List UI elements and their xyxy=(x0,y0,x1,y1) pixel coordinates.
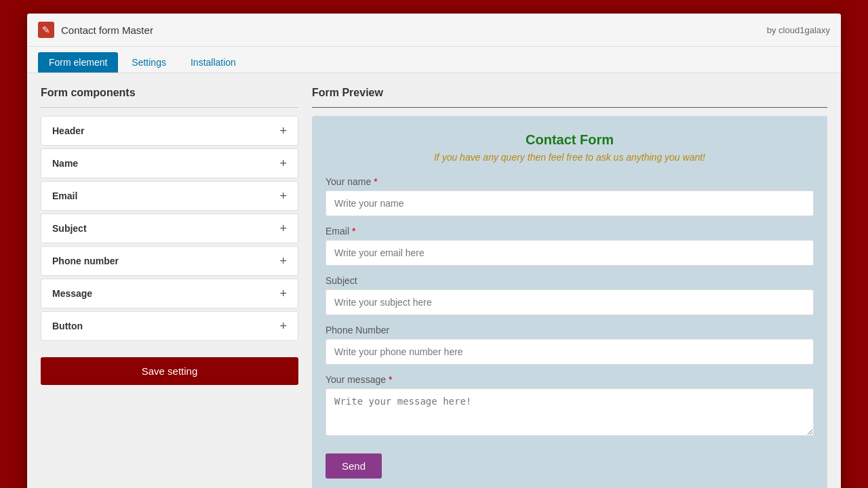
component-name[interactable]: Name + xyxy=(41,148,298,178)
component-phone-plus-icon: + xyxy=(279,255,287,267)
form-label-message: Your message * xyxy=(326,374,814,385)
nav-tabs: Form element Settings Installation xyxy=(27,47,841,73)
app-icon: ✎ xyxy=(38,22,54,38)
form-group-email: Email * xyxy=(326,226,814,266)
tab-settings[interactable]: Settings xyxy=(121,52,177,73)
form-group-message: Your message * xyxy=(326,374,814,439)
required-star-email: * xyxy=(352,226,355,237)
component-button-plus-icon: + xyxy=(279,320,287,332)
left-panel-divider xyxy=(41,107,298,108)
component-button-label: Button xyxy=(52,321,83,331)
input-phone[interactable] xyxy=(326,339,814,365)
right-panel-title: Form Preview xyxy=(312,87,827,99)
app-icon-symbol: ✎ xyxy=(42,24,50,35)
input-message[interactable] xyxy=(326,388,814,436)
component-message-plus-icon: + xyxy=(279,287,287,300)
form-subheading: If you have any query then feel free to … xyxy=(326,152,814,163)
title-bar: ✎ Contact form Master by cloud1galaxy xyxy=(27,14,841,47)
tab-installation[interactable]: Installation xyxy=(180,52,247,73)
main-content: Form components Header + Name + Email + … xyxy=(27,73,841,488)
component-email-label: Email xyxy=(52,190,77,201)
form-label-name: Your name * xyxy=(326,176,814,187)
component-button[interactable]: Button + xyxy=(41,311,298,341)
component-email-plus-icon: + xyxy=(279,190,287,202)
label-message-text: Your message xyxy=(326,374,386,385)
form-label-phone: Phone Number xyxy=(326,325,814,336)
app-byline: by cloud1galaxy xyxy=(767,25,830,35)
form-group-phone: Phone Number xyxy=(326,325,814,365)
component-header-plus-icon: + xyxy=(279,125,287,137)
label-phone-text: Phone Number xyxy=(326,325,389,336)
form-label-email: Email * xyxy=(326,226,814,237)
required-star-name: * xyxy=(374,176,377,187)
right-panel: Form Preview Contact Form If you have an… xyxy=(312,87,827,488)
label-email-text: Email xyxy=(326,226,349,237)
component-header[interactable]: Header + xyxy=(41,116,298,146)
input-email[interactable] xyxy=(326,240,814,266)
left-panel-title: Form components xyxy=(41,87,298,99)
required-star-message: * xyxy=(389,374,392,385)
form-group-subject: Subject xyxy=(326,275,814,315)
component-subject[interactable]: Subject + xyxy=(41,214,298,243)
label-name-text: Your name xyxy=(326,176,371,187)
form-preview: Contact Form If you have any query then … xyxy=(312,116,827,488)
save-setting-button[interactable]: Save setting xyxy=(41,357,298,385)
label-subject-text: Subject xyxy=(326,275,357,286)
component-name-label: Name xyxy=(52,158,78,169)
send-button[interactable]: Send xyxy=(326,453,382,479)
component-subject-label: Subject xyxy=(52,223,87,234)
form-label-subject: Subject xyxy=(326,275,814,286)
app-title: Contact form Master xyxy=(61,24,153,36)
input-subject[interactable] xyxy=(326,289,814,315)
tab-form-element[interactable]: Form element xyxy=(38,52,118,73)
title-bar-left: ✎ Contact form Master xyxy=(38,22,153,38)
left-panel: Form components Header + Name + Email + … xyxy=(41,87,298,488)
component-message-label: Message xyxy=(52,288,92,299)
component-message[interactable]: Message + xyxy=(41,279,298,308)
component-phone-label: Phone number xyxy=(52,256,119,266)
form-group-name: Your name * xyxy=(326,176,814,216)
app-window: ✎ Contact form Master by cloud1galaxy Fo… xyxy=(27,14,841,488)
component-subject-plus-icon: + xyxy=(279,222,287,235)
component-phone[interactable]: Phone number + xyxy=(41,246,298,276)
component-header-label: Header xyxy=(52,125,84,136)
component-email[interactable]: Email + xyxy=(41,181,298,211)
form-heading: Contact Form xyxy=(326,132,814,148)
right-panel-divider xyxy=(312,107,827,108)
component-name-plus-icon: + xyxy=(279,157,287,169)
input-name[interactable] xyxy=(326,190,814,216)
